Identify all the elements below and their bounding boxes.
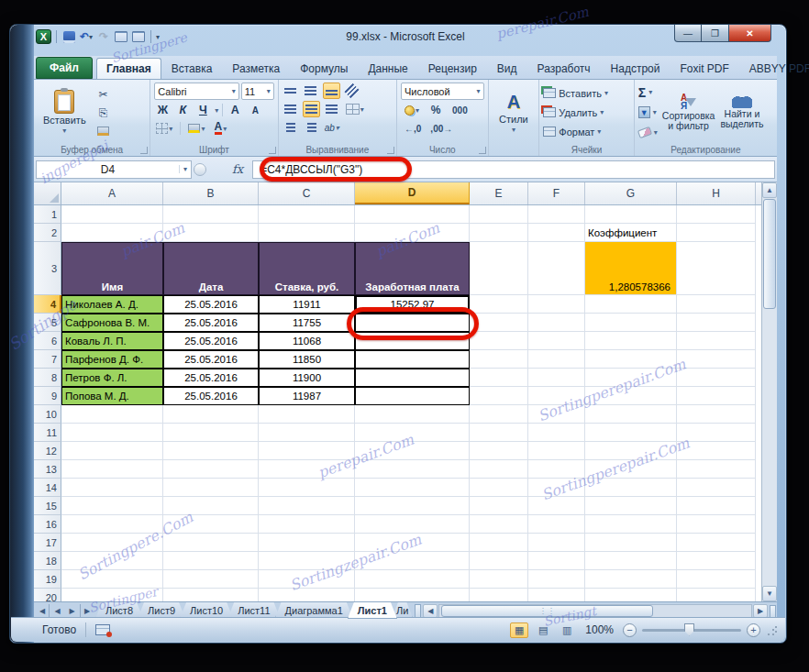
- cell-A3[interactable]: Имя: [61, 242, 163, 295]
- insert-cells-button[interactable]: Вставить▾: [543, 84, 630, 102]
- cell-F10[interactable]: [528, 405, 585, 424]
- cell-B3[interactable]: Дата: [163, 242, 259, 295]
- cell-D14[interactable]: [355, 479, 470, 497]
- cell-F14[interactable]: [528, 479, 585, 497]
- cell-E20[interactable]: [470, 589, 528, 601]
- macro-record-icon[interactable]: [95, 624, 110, 635]
- shrink-font-button[interactable]: А: [247, 102, 263, 118]
- select-all-corner[interactable]: [34, 182, 61, 204]
- cell-H8[interactable]: [677, 369, 756, 387]
- cell-E7[interactable]: [470, 350, 528, 369]
- row-header-18[interactable]: 18: [34, 552, 61, 570]
- cell-G7[interactable]: [585, 350, 677, 369]
- cell-H11[interactable]: [677, 424, 756, 442]
- cell-D10[interactable]: [355, 405, 470, 424]
- cell-B14[interactable]: [163, 479, 259, 497]
- cell-G6[interactable]: [585, 332, 677, 350]
- cell-B2[interactable]: [163, 224, 259, 242]
- cell-C6[interactable]: 11068: [259, 332, 355, 350]
- cell-F15[interactable]: [528, 497, 585, 515]
- cell-E17[interactable]: [470, 534, 528, 552]
- row-header-10[interactable]: 10: [34, 405, 61, 424]
- cell-G13[interactable]: [585, 460, 677, 479]
- cell-F7[interactable]: [528, 350, 585, 369]
- cell-H7[interactable]: [677, 350, 756, 369]
- cell-D13[interactable]: [355, 460, 470, 479]
- delete-cells-button[interactable]: Удалить▾: [543, 104, 630, 121]
- align-left-button[interactable]: [283, 101, 299, 117]
- cell-D16[interactable]: [355, 515, 470, 534]
- ribbon-tab-формулы[interactable]: Формулы: [290, 58, 358, 79]
- cell-C5[interactable]: 11755: [259, 314, 355, 332]
- last-sheet-button[interactable]: ▶: [80, 604, 94, 618]
- column-header-F[interactable]: F: [528, 182, 585, 204]
- cell-F11[interactable]: [528, 424, 585, 442]
- align-top-button[interactable]: [283, 83, 299, 99]
- cell-B18[interactable]: [163, 552, 259, 570]
- row-header-6[interactable]: 6: [34, 332, 61, 350]
- cell-D17[interactable]: [355, 534, 470, 552]
- cell-G2[interactable]: Коэффициент: [585, 224, 677, 242]
- cut-button[interactable]: ✂: [95, 86, 112, 103]
- cell-D19[interactable]: [355, 570, 470, 589]
- column-header-B[interactable]: B: [163, 182, 259, 204]
- cell-G14[interactable]: [585, 479, 677, 497]
- cell-C1[interactable]: [259, 205, 355, 224]
- cell-H6[interactable]: [677, 332, 756, 350]
- row-header-12[interactable]: 12: [34, 442, 61, 460]
- cell-B17[interactable]: [163, 534, 259, 552]
- wrap-text-button[interactable]: ab▾: [323, 119, 341, 136]
- cell-H10[interactable]: [677, 405, 756, 424]
- row-header-15[interactable]: 15: [34, 497, 61, 515]
- cell-F19[interactable]: [528, 570, 585, 589]
- row-header-8[interactable]: 8: [34, 369, 61, 387]
- paste-dropdown-icon[interactable]: ▾: [62, 127, 66, 135]
- cell-F3[interactable]: [528, 242, 585, 295]
- row-header-7[interactable]: 7: [34, 350, 61, 369]
- cell-C12[interactable]: [259, 442, 355, 460]
- cell-E3[interactable]: [470, 242, 528, 295]
- ribbon-tab-вставка[interactable]: Вставка: [161, 58, 223, 79]
- cell-D2[interactable]: [355, 224, 470, 242]
- cell-F8[interactable]: [528, 369, 585, 387]
- cell-A8[interactable]: Петров Ф. Л.: [61, 369, 163, 387]
- underline-dropdown-icon[interactable]: ▾: [215, 106, 218, 115]
- sheet-tab-лист1[interactable]: Лист1: [348, 602, 397, 619]
- cell-F17[interactable]: [528, 534, 585, 552]
- cell-H13[interactable]: [677, 460, 756, 479]
- cell-E8[interactable]: [470, 369, 528, 387]
- cell-B1[interactable]: [163, 205, 259, 224]
- row-header-3[interactable]: 3: [34, 242, 61, 295]
- cell-G18[interactable]: [585, 552, 677, 570]
- first-sheet-button[interactable]: ◀: [36, 604, 50, 618]
- cell-D1[interactable]: [355, 205, 470, 224]
- cell-F2[interactable]: [528, 224, 585, 242]
- font-name-combo[interactable]: Calibri▾: [154, 83, 238, 100]
- cell-F9[interactable]: [528, 387, 585, 405]
- cell-G19[interactable]: [585, 570, 677, 589]
- cell-B15[interactable]: [163, 497, 259, 515]
- prev-sheet-button[interactable]: ◀: [50, 604, 64, 618]
- font-size-combo[interactable]: 11▾: [241, 83, 274, 100]
- cell-G9[interactable]: [585, 387, 677, 405]
- row-header-17[interactable]: 17: [34, 534, 61, 552]
- cell-C14[interactable]: [259, 479, 355, 497]
- format-cells-button[interactable]: Формат▾: [543, 123, 630, 140]
- cell-A2[interactable]: [61, 224, 163, 242]
- align-right-button[interactable]: [324, 101, 340, 117]
- cell-A16[interactable]: [61, 515, 163, 534]
- cell-D9[interactable]: [355, 387, 470, 405]
- styles-button[interactable]: А Стили ▾: [493, 90, 534, 136]
- pane-split-handle[interactable]: [770, 605, 776, 618]
- row-header-9[interactable]: 9: [34, 387, 61, 405]
- page-break-view-button[interactable]: ▥: [558, 622, 576, 638]
- formula-bar-split-handle[interactable]: [194, 163, 206, 176]
- find-select-button[interactable]: Найти ивыделить: [719, 83, 764, 142]
- cell-B7[interactable]: 25.05.2016: [163, 350, 259, 369]
- cell-A6[interactable]: Коваль Л. П.: [61, 332, 163, 350]
- cell-F1[interactable]: [528, 205, 585, 224]
- bold-button[interactable]: Ж: [154, 102, 171, 118]
- fill-color-button[interactable]: ▾: [186, 120, 206, 137]
- row-header-11[interactable]: 11: [34, 424, 61, 442]
- cell-C2[interactable]: [259, 224, 355, 242]
